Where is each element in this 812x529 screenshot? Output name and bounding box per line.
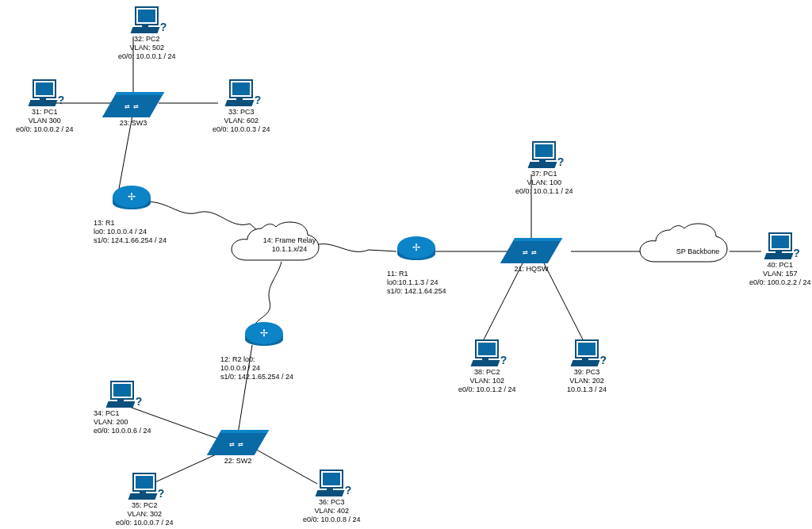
r12-s: s1/0: 142.1.65.254 / 24	[220, 373, 293, 381]
pc35-if: e0/0: 10.0.0.7 / 24	[116, 519, 174, 527]
pc38-if: e0/0: 10.0.1.2 / 24	[458, 385, 516, 394]
pc-33: ? 33: PC3VLAN: 602e0/0: 10.0.0.3 / 24	[213, 79, 270, 134]
pc-icon: ?	[529, 141, 559, 170]
router-r1-13: ✢ 13: R1lo0: 10.0.0.4 / 24s1/0: 124.1.66…	[97, 181, 167, 245]
router-r1-11: ✢ 11: R1lo0:10.1.1.3 / 24s1/0: 142.1.64.…	[387, 232, 446, 296]
svg-line-6	[480, 262, 523, 347]
pc-37: ? 37: PC1VLAN: 100e0/0: 10.0.1.1 / 24	[515, 141, 573, 196]
pc-36: ? 36: PC3VLAN: 402e0/0: 10.0.0.8 / 24	[303, 470, 361, 524]
router-icon: ✢	[397, 232, 435, 270]
pc34-vlan: VLAN: 200	[94, 418, 151, 427]
pc40-vlan: VLAN: 157	[749, 270, 811, 278]
pc-icon: ?	[316, 470, 347, 498]
pc38-vlan: VLAN: 102	[458, 377, 516, 385]
pc39-name: 39: PC3	[567, 368, 607, 377]
cloud-frame-relay: 14: Frame Relay10.1.1.x/24	[254, 236, 325, 254]
router-icon: ✢	[245, 317, 283, 355]
r12-lo: 10.0.0.9 / 24	[220, 364, 293, 373]
pc34-name: 34: PC1	[94, 409, 151, 418]
pc36-vlan: VLAN: 402	[303, 507, 361, 516]
sw22-name: 22: SW2	[214, 457, 262, 466]
cloud-sp-backbone: SP Backbone	[662, 232, 733, 270]
pc-icon: ?	[765, 232, 795, 261]
sw21-name: 21: HQSW	[508, 265, 555, 274]
network-diagram: ? 32: PC2VLAN: 502e0/0: 10.0.0.1 / 24 ? …	[0, 0, 812, 529]
pc-icon: ?	[226, 79, 256, 108]
sw23-name: 23: SW3	[109, 119, 157, 128]
switch-hqsw: ⇄ ⇄ 21: HQSW	[508, 238, 555, 274]
pc-38: ? 38: PC2VLAN: 102e0/0: 10.0.1.2 / 24	[458, 339, 516, 394]
pc-39: ? 39: PC3VLAN: 20210.0.1.3 / 24	[567, 339, 607, 394]
pc37-vlan: VLAN: 100	[515, 178, 573, 187]
pc32-vlan: VLAN: 502	[118, 44, 176, 52]
pc-35: ? 35: PC2VLAN: 302e0/0: 10.0.0.7 / 24	[116, 473, 174, 527]
pc36-if: e0/0: 10.0.0.8 / 24	[303, 516, 361, 524]
pc-icon: ?	[107, 381, 137, 409]
pc31-name: 31: PC1	[16, 108, 74, 117]
pc31-if: e0/0: 10.0.0.2 / 24	[16, 125, 74, 134]
r13-name: 13: R1	[94, 219, 167, 228]
svg-line-7	[543, 262, 587, 347]
pc40-if: e0/0: 100.0.2.2 / 24	[749, 278, 811, 287]
pc-icon: ?	[29, 79, 59, 108]
pc40-name: 40: PC1	[749, 261, 811, 270]
switch-icon: ⇄ ⇄	[102, 92, 164, 117]
sp-cloud-label: SP Backbone	[662, 232, 733, 270]
pc-icon: ?	[572, 339, 602, 368]
r11-s: s1/0: 142.1.64.254	[387, 287, 446, 296]
router-icon: ✢	[113, 181, 151, 219]
pc39-vlan: VLAN: 202	[567, 377, 607, 385]
cloud14-net: 10.1.1.x/24	[254, 245, 325, 254]
pc33-vlan: VLAN: 602	[213, 117, 270, 125]
pc-32: ? 32: PC2VLAN: 502e0/0: 10.0.0.1 / 24	[118, 6, 176, 61]
pc32-if: e0/0: 10.0.0.1 / 24	[118, 52, 176, 61]
pc-40: ? 40: PC1VLAN: 157e0/0: 100.0.2.2 / 24	[749, 232, 811, 287]
pc37-if: e0/0: 10.0.1.1 / 24	[515, 187, 573, 196]
r13-lo: lo0: 10.0.0.4 / 24	[94, 228, 167, 236]
switch-sw3: ⇄ ⇄ 23: SW3	[109, 92, 157, 128]
pc38-name: 38: PC2	[458, 368, 516, 377]
cloud14-name: 14: Frame Relay	[254, 236, 325, 245]
pc39-if: 10.0.1.3 / 24	[567, 385, 607, 394]
switch-icon: ⇄ ⇄	[500, 238, 562, 263]
pc31-vlan: VLAN 300	[16, 117, 74, 125]
pc35-vlan: VLAN: 302	[116, 510, 174, 519]
r11-name: 11: R1	[387, 270, 446, 278]
r12-name: 12: R2 lo0:	[220, 355, 293, 364]
pc34-if: e0/0: 10.0.0.6 / 24	[94, 427, 151, 435]
r11-lo: lo0:10.1.1.3 / 24	[387, 278, 446, 287]
pc-31: ? 31: PC1VLAN 300e0/0: 10.0.0.2 / 24	[16, 79, 74, 134]
pc33-if: e0/0: 10.0.0.3 / 24	[213, 125, 270, 134]
switch-sw2: ⇄ ⇄ 22: SW2	[214, 430, 262, 466]
pc-34: ? 34: PC1VLAN: 200e0/0: 10.0.0.6 / 24	[94, 381, 151, 435]
pc-icon: ?	[472, 339, 502, 368]
pc32-name: 32: PC2	[118, 35, 176, 44]
pc-icon: ?	[129, 473, 159, 501]
pc36-name: 36: PC3	[303, 498, 361, 507]
r13-s: s1/0: 124.1.66.254 / 24	[94, 236, 167, 245]
switch-icon: ⇄ ⇄	[207, 430, 269, 455]
router-r2-12: ✢ 12: R2 lo0:10.0.0.9 / 24s1/0: 142.1.65…	[235, 317, 293, 381]
pc37-name: 37: PC1	[515, 170, 573, 178]
pc33-name: 33: PC3	[213, 108, 270, 117]
pc35-name: 35: PC2	[116, 501, 174, 510]
pc-icon: ?	[132, 6, 162, 35]
